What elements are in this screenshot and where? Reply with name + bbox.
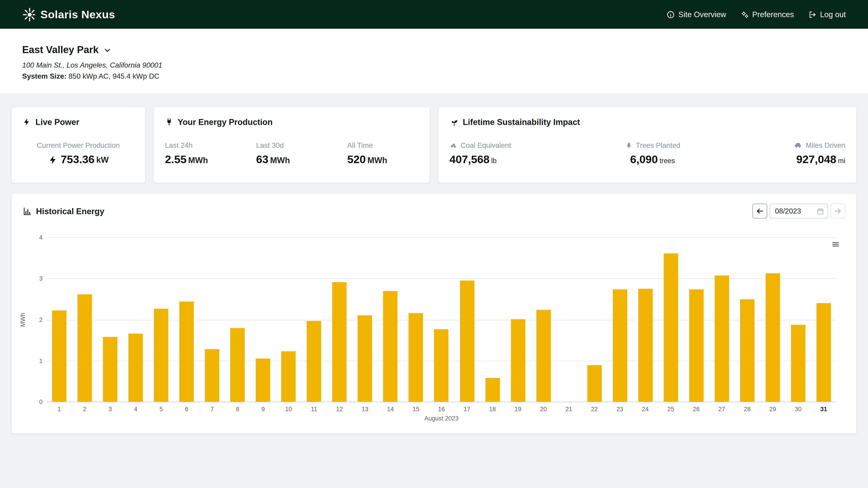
y-tick-label: 2 <box>39 316 43 323</box>
nav-preferences-label: Preferences <box>752 10 794 19</box>
nav-logout[interactable]: Log out <box>808 10 846 19</box>
x-tick-label: 11 <box>301 405 327 412</box>
bar-chart-icon <box>23 207 31 216</box>
bar-day-10[interactable] <box>276 237 301 402</box>
x-tick-label: 14 <box>378 405 403 412</box>
nav-preferences[interactable]: Preferences <box>741 10 794 19</box>
chevron-down-icon <box>103 46 112 55</box>
energy-production-metrics: Last 24h 2.55 MWh Last 30d 63 MWh <box>165 141 418 166</box>
bar-day-30[interactable] <box>785 237 811 402</box>
sustainability-card: Lifetime Sustainability Impact Coal Equi… <box>438 107 857 183</box>
bar <box>791 325 805 402</box>
bar <box>816 303 831 402</box>
trees-value: 6,090 <box>630 153 658 166</box>
energy-production-title-row: Your Energy Production <box>165 117 418 127</box>
bar-day-6[interactable] <box>174 237 199 402</box>
hamburger-menu-icon <box>831 240 840 249</box>
x-tick-label: 25 <box>658 405 684 412</box>
x-tick-label: 8 <box>225 405 250 412</box>
plug-icon <box>165 118 174 126</box>
live-power-unit: kW <box>96 155 109 164</box>
arrow-right-icon <box>834 207 842 215</box>
bar-day-18[interactable] <box>480 237 505 402</box>
bar-day-22[interactable] <box>582 237 607 402</box>
bar-day-14[interactable] <box>378 237 403 402</box>
bar-day-19[interactable] <box>505 237 531 402</box>
bar-day-4[interactable] <box>123 237 149 402</box>
site-selector[interactable]: East Valley Park <box>22 44 846 56</box>
bar-day-1[interactable] <box>46 237 72 402</box>
x-tick-label: 21 <box>556 405 582 412</box>
bar-day-11[interactable] <box>301 237 327 402</box>
x-tick-label: 17 <box>454 405 480 412</box>
bar <box>154 309 168 402</box>
prev-month-button[interactable] <box>752 203 767 219</box>
bar <box>689 290 704 402</box>
bar-day-23[interactable] <box>607 237 633 402</box>
system-size-label: System Size: <box>22 72 66 80</box>
x-tick-label: 30 <box>785 405 811 412</box>
bar-day-13[interactable] <box>352 237 378 402</box>
metric-last-30d-label: Last 30d <box>256 141 327 149</box>
app-viewport: Solaris Nexus Site Overview <box>0 0 868 488</box>
bar <box>128 333 143 402</box>
bar-day-20[interactable] <box>531 237 556 402</box>
x-tick-label: 24 <box>632 405 658 412</box>
x-tick-label: 28 <box>735 405 760 412</box>
metric-all-time-value: 520 <box>347 153 366 166</box>
x-tick-label: 6 <box>174 405 199 412</box>
bar-day-8[interactable] <box>225 237 250 402</box>
brand[interactable]: Solaris Nexus <box>22 7 115 22</box>
bar-day-2[interactable] <box>72 237 97 402</box>
coal-unit: lb <box>491 157 497 165</box>
system-size-value: 850 kWp AC, 945.4 kWp DC <box>68 72 159 80</box>
next-month-button[interactable] <box>830 203 845 219</box>
y-tick-label: 3 <box>39 275 43 282</box>
bar-day-24[interactable] <box>632 237 658 402</box>
bar-day-21[interactable] <box>556 237 582 402</box>
bar-day-26[interactable] <box>684 237 709 402</box>
bar <box>587 365 602 402</box>
car-icon <box>794 141 802 149</box>
chart-x-labels: 1234567891011121314151617181920212223242… <box>46 405 837 412</box>
bar-day-29[interactable] <box>760 237 785 402</box>
bar <box>510 319 525 401</box>
bar <box>740 299 754 402</box>
main-content: Live Power Current Power Production 753.… <box>0 107 868 434</box>
bar <box>766 273 780 402</box>
metric-last-24h-label: Last 24h <box>165 141 236 149</box>
bar-day-3[interactable] <box>97 237 123 402</box>
bar-day-15[interactable] <box>403 237 429 402</box>
bar-day-16[interactable] <box>429 237 454 402</box>
bar-day-27[interactable] <box>709 237 735 402</box>
x-tick-label: 20 <box>531 405 556 412</box>
chart-header: Historical Energy <box>23 203 845 219</box>
sustainability-title: Lifetime Sustainability Impact <box>463 117 580 127</box>
y-tick-label: 4 <box>39 234 43 240</box>
trees-label: Trees Planted <box>636 141 680 149</box>
bar-day-5[interactable] <box>149 237 174 402</box>
bar-day-25[interactable] <box>658 237 684 402</box>
bar <box>664 254 678 402</box>
metric-last-24h-value: 2.55 <box>165 153 186 166</box>
bar-day-9[interactable] <box>250 237 276 402</box>
bar-day-7[interactable] <box>199 237 225 402</box>
bar-day-31[interactable] <box>811 237 837 402</box>
bar-day-28[interactable] <box>735 237 760 402</box>
nav-site-overview[interactable]: Site Overview <box>667 10 726 19</box>
x-tick-label: 10 <box>276 405 301 412</box>
x-tick-label: 12 <box>327 405 352 412</box>
coal-value: 407,568 <box>450 153 490 166</box>
x-tick-label: 5 <box>149 405 174 412</box>
y-tick-label: 0 <box>39 398 43 405</box>
energy-production-title: Your Energy Production <box>178 117 273 127</box>
metric-all-time-unit: MWh <box>367 156 387 165</box>
bar <box>460 281 474 402</box>
brand-name: Solaris Nexus <box>40 8 115 21</box>
bar-day-17[interactable] <box>454 237 480 402</box>
bar <box>78 294 92 402</box>
bar <box>358 315 372 402</box>
arrow-left-icon <box>756 207 764 215</box>
chart-menu-button[interactable] <box>831 240 840 249</box>
bar-day-12[interactable] <box>327 237 352 402</box>
